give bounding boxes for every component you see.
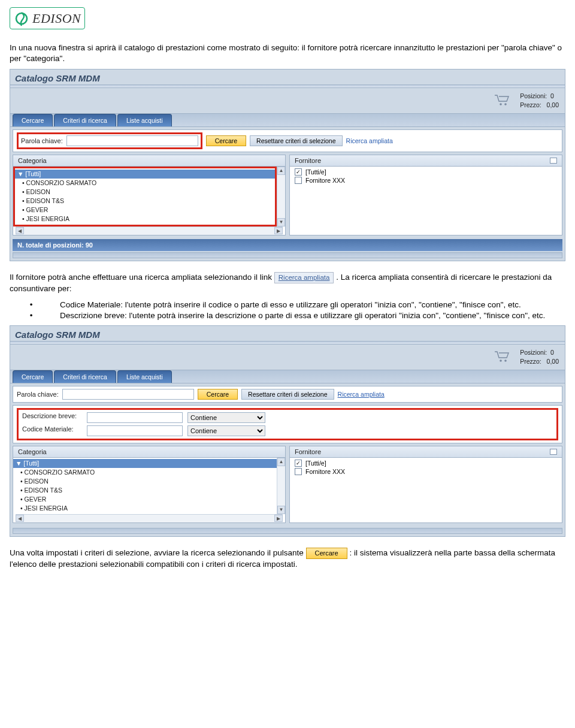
fornitore-header: Fornitore [295,448,321,455]
edison-logo: EDISON [10,7,85,29]
ricerca-ampliata-link[interactable]: Ricerca ampliata [338,391,385,398]
tab-liste[interactable]: Liste acquisti [117,114,172,126]
checkbox-icon[interactable]: ✓ [295,168,302,176]
tab-criteri[interactable]: Criteri di ricerca [54,114,116,126]
cart-icon [494,93,512,108]
fornitore-list[interactable]: ✓ [Tutti/e] Fornitore XXX [290,458,562,477]
keyword-input[interactable] [66,135,198,146]
logo-mark-icon [13,10,31,28]
keyword-label: Parola chiave: [17,391,59,398]
scroll-down-icon[interactable]: ▼ [277,506,285,514]
list-item[interactable]: • JESI ENERGIA [13,504,277,513]
keyword-label: Parola chiave: [21,137,63,144]
vertical-scrollbar[interactable]: ▲ ▼ [277,458,285,514]
reset-button[interactable]: Resettare criteri di selezione [241,389,334,400]
list-item[interactable]: • CONSORZIO SARMATO [15,179,275,188]
fornitore-header: Fornitore [295,157,321,164]
logo-text: EDISON [32,11,81,26]
keyword-input[interactable] [62,389,194,400]
cart-summary: Posizioni: 0 Prezzo: 0,00 [520,92,559,109]
total-positions: N. totale di posizioni: 90 [13,239,562,251]
reset-button[interactable]: Resettare criteri di selezione [250,135,342,146]
screenshot-catalogo-2: Catalogo SRM MDM Posizioni: 0 Prezzo: 0,… [10,325,565,536]
fornitore-list[interactable]: ✓ [Tutti/e] Fornitore XXX [290,167,562,186]
descrizione-operator-select[interactable]: Contiene [187,412,265,423]
list-item[interactable]: Fornitore XXX [292,176,559,185]
list-item[interactable]: • EDISON [13,477,277,486]
tab-criteri[interactable]: Criteri di ricerca [54,370,116,383]
inline-ricerca-ampliata-link[interactable]: Ricerca ampliata [274,272,334,284]
tab-cercare[interactable]: Cercare [13,370,53,383]
advanced-search-panel: Descrizione breve: Contiene Codice Mater… [17,408,558,440]
checkbox-icon[interactable]: ✓ [295,460,302,467]
svg-point-3 [500,360,502,362]
scroll-down-icon[interactable]: ▼ [277,218,285,226]
list-item[interactable]: ▼ [Tutti] [15,170,275,179]
list-item[interactable]: Fornitore XXX [292,467,559,476]
cart-icon [494,350,512,364]
scroll-up-icon[interactable]: ▲ [277,458,285,466]
screenshot-catalogo-1: Catalogo SRM MDM Posizioni: 0 Prezzo: 0,… [10,69,565,261]
bullet-descrizione-breve: Descrizione breve: l'utente potrà inseri… [60,310,545,322]
svg-point-2 [504,103,507,105]
horizontal-scrollbar[interactable]: ◀ ▶ [16,226,283,235]
scroll-left-icon[interactable]: ◀ [16,227,24,234]
scroll-left-icon[interactable]: ◀ [16,515,24,522]
list-item[interactable]: • GEVER [15,206,275,215]
collapse-icon[interactable] [550,158,557,164]
list-item[interactable]: ✓ [Tutti/e] [292,168,559,176]
tab-liste[interactable]: Liste acquisti [117,370,172,383]
list-item[interactable]: • EDISON T&S [15,197,275,206]
collapse-icon[interactable] [550,449,557,455]
descrizione-input[interactable] [87,412,183,423]
paragraph-ricerca-ampliata: Il fornitore potrà anche effettuare una … [10,272,565,295]
scroll-up-icon[interactable]: ▲ [277,167,285,175]
paragraph-avviare-ricerca: Una volta impostati i criteri di selezio… [10,548,565,570]
tab-cercare[interactable]: Cercare [13,114,53,126]
checkbox-icon[interactable] [295,177,302,184]
descrizione-label: Descrizione breve: [22,412,82,423]
categoria-list[interactable]: ▼ [Tutti] • CONSORZIO SARMATO • EDISON •… [13,458,277,514]
categoria-header: Categoria [18,157,47,164]
codice-input[interactable] [87,425,183,436]
codice-operator-select[interactable]: Contiene [187,425,265,436]
inline-cercare-button[interactable]: Cercare [306,548,347,559]
intro-paragraph-1: In una nuova finestra si aprirà il catal… [10,43,565,64]
list-item[interactable]: • CONSORZIO SARMATO [13,468,277,477]
categoria-header: Categoria [18,448,47,455]
categoria-list[interactable]: ▼ [Tutti] • CONSORZIO SARMATO • EDISON •… [13,167,277,226]
cercare-button[interactable]: Cercare [206,135,246,146]
list-item[interactable]: • GEVER [13,495,277,504]
scroll-right-icon[interactable]: ▶ [274,515,283,522]
list-item[interactable]: • EDISON T&S [13,486,277,495]
svg-point-1 [500,103,502,105]
srm-title: Catalogo SRM MDM [10,326,565,341]
list-item[interactable]: ✓ [Tutti/e] [292,459,559,467]
horizontal-scrollbar[interactable]: ◀ ▶ [16,514,283,522]
list-item[interactable]: • EDISON [15,188,275,197]
svg-point-4 [504,360,507,362]
scroll-right-icon[interactable]: ▶ [274,227,283,234]
list-item[interactable]: ▼ [Tutti] [13,459,277,468]
bullet-codice-materiale: Codice Materiale: l'utente potrà inserir… [60,300,521,311]
srm-title: Catalogo SRM MDM [10,70,565,84]
cercare-button[interactable]: Cercare [198,389,238,400]
checkbox-icon[interactable] [295,468,302,475]
vertical-scrollbar[interactable]: ▲ ▼ [277,167,285,226]
ricerca-ampliata-link[interactable]: Ricerca ampliata [346,137,393,144]
codice-label: Codice Materiale: [22,425,82,436]
list-item[interactable]: • JESI ENERGIA [15,215,275,223]
cart-summary: Posizioni: 0 Prezzo: 0,00 [520,348,559,365]
